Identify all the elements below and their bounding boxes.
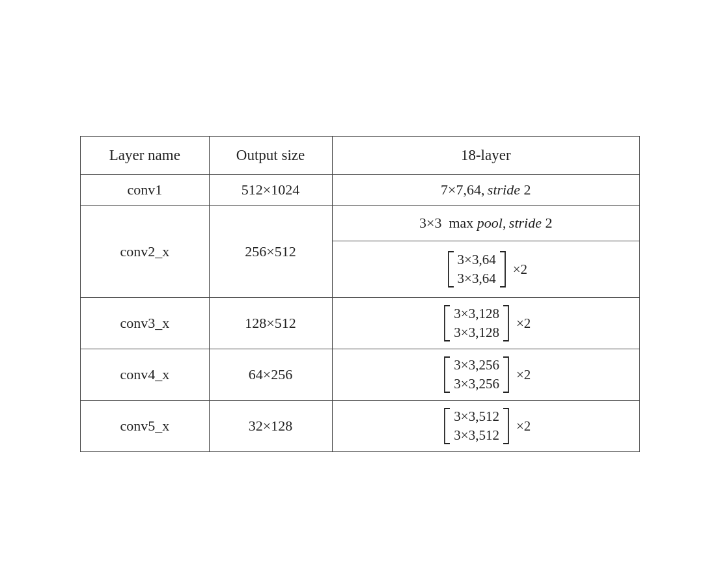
conv1-config-text: 7×7,64, stride 2 [441, 181, 531, 198]
config-conv3x: 3×3,128 3×3,128 ×2 [332, 298, 639, 349]
neural-network-table: Layer name Output size 18-layer conv1 51… [80, 136, 640, 452]
conv2x-pool-text: 3×3 max pool, stride 2 [419, 215, 552, 231]
conv3x-matrix-row2: 3×3,128 [454, 325, 499, 341]
table-row: conv2_x 256×512 3×3 max pool, stride 2 3… [81, 206, 640, 298]
conv5x-times: ×2 [516, 418, 531, 434]
col-header-output: Output size [209, 137, 332, 175]
conv4x-matrix-content: 3×3,256 3×3,256 [454, 357, 499, 392]
output-size-conv4x: 64×256 [209, 349, 332, 401]
table-row: conv1 512×1024 7×7,64, stride 2 [81, 175, 640, 206]
conv2x-pool-row: 3×3 max pool, stride 2 [333, 206, 639, 241]
output-size-conv3x: 128×512 [209, 298, 332, 349]
col-header-18layer: 18-layer [332, 137, 639, 175]
conv4x-times: ×2 [516, 367, 531, 383]
bracket-right-icon [497, 250, 509, 288]
conv2x-matrix-content: 3×3,64 3×3,64 [458, 252, 496, 287]
layer-name-conv3x: conv3_x [81, 298, 210, 349]
col-header-layer: Layer name [81, 137, 210, 175]
bracket-left-icon [441, 304, 452, 342]
output-size-conv2x: 256×512 [209, 206, 332, 298]
conv3x-matrix: 3×3,128 3×3,128 ×2 [342, 304, 630, 342]
config-conv5x: 3×3,512 3×3,512 ×2 [332, 401, 639, 452]
config-conv2x: 3×3 max pool, stride 2 3×3,64 3×3,64 [332, 206, 639, 298]
layer-name-conv4x: conv4_x [81, 349, 210, 401]
conv5x-matrix-row2: 3×3,512 [454, 427, 499, 444]
layer-name-conv1: conv1 [81, 175, 210, 206]
table-row: conv5_x 32×128 3×3,512 3×3,512 [81, 401, 640, 452]
output-size-conv1: 512×1024 [209, 175, 332, 206]
conv5x-matrix-row1: 3×3,512 [454, 408, 499, 425]
conv3x-matrix-content: 3×3,128 3×3,128 [454, 306, 499, 341]
table-row: conv3_x 128×512 3×3,128 3×3,128 [81, 298, 640, 349]
conv3x-times: ×2 [516, 315, 531, 332]
bracket-left-icon [441, 356, 452, 394]
conv4x-matrix-row1: 3×3,256 [454, 357, 499, 373]
conv4x-matrix-row2: 3×3,256 [454, 376, 499, 392]
conv4x-matrix: 3×3,256 3×3,256 ×2 [342, 356, 630, 394]
conv2x-matrix-row: 3×3,64 3×3,64 ×2 [333, 241, 639, 297]
conv2x-matrix-row2: 3×3,64 [458, 271, 496, 287]
conv3x-matrix-row1: 3×3,128 [454, 306, 499, 322]
bracket-right-icon [501, 407, 512, 445]
conv2x-matrix: 3×3,64 3×3,64 ×2 [339, 250, 633, 288]
conv2x-matrix-row1: 3×3,64 [458, 252, 496, 268]
layer-name-conv2x: conv2_x [81, 206, 210, 298]
layer-name-conv5x: conv5_x [81, 401, 210, 452]
conv2x-times: ×2 [513, 261, 527, 278]
bracket-right-icon [501, 304, 512, 342]
table-row: conv4_x 64×256 3×3,256 3×3,256 [81, 349, 640, 401]
bracket-left-icon [441, 407, 452, 445]
bracket-left-icon [445, 250, 456, 288]
config-conv4x: 3×3,256 3×3,256 ×2 [332, 349, 639, 401]
bracket-right-icon [501, 356, 512, 394]
output-size-conv5x: 32×128 [209, 401, 332, 452]
conv5x-matrix: 3×3,512 3×3,512 ×2 [342, 407, 630, 445]
conv5x-matrix-content: 3×3,512 3×3,512 [454, 408, 499, 444]
config-conv1: 7×7,64, stride 2 [332, 175, 639, 206]
